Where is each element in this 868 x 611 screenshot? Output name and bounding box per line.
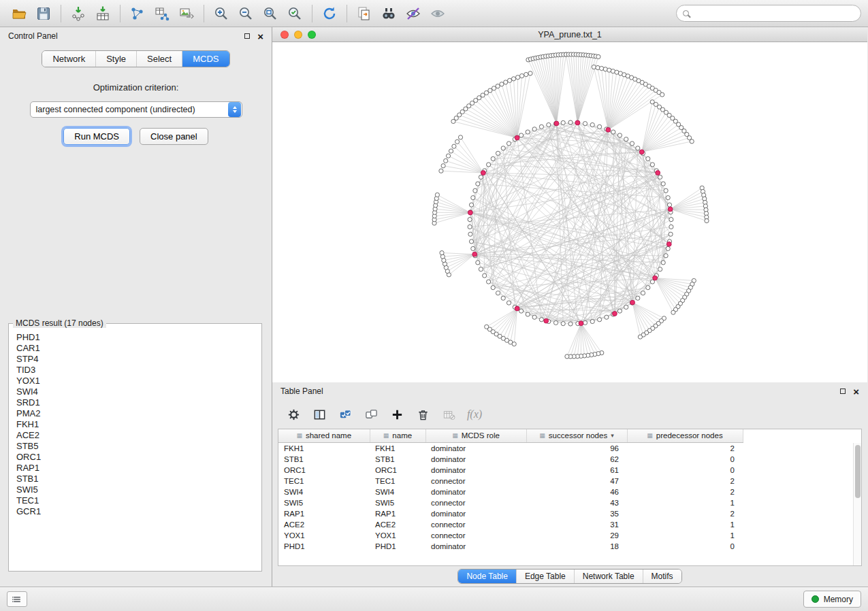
mcds-result-item[interactable]: PHD1 [16, 332, 254, 343]
table-header-row: ▦shared name▦name▦MCDS role▦successor no… [278, 429, 743, 442]
mcds-result-item[interactable]: SRD1 [16, 397, 254, 408]
hide-icon[interactable] [425, 3, 450, 24]
table-panel: Table Panel × [272, 382, 867, 587]
minimize-window-icon[interactable] [294, 31, 302, 39]
export-image-icon[interactable] [174, 3, 199, 24]
show-columns-icon[interactable] [309, 404, 329, 425]
table-row[interactable]: TEC1TEC1connector472 [278, 476, 743, 486]
network-from-table-icon[interactable] [150, 3, 174, 24]
mcds-result-item[interactable]: PMA2 [16, 408, 254, 419]
mcds-result-item[interactable]: ACE2 [16, 430, 254, 441]
column-header-shared-name[interactable]: ▦shared name [278, 429, 370, 442]
table-settings-gear-icon[interactable] [283, 404, 304, 425]
float-panel-icon[interactable] [244, 33, 250, 39]
control-tabs: NetworkStyleSelectMCDS [42, 50, 229, 67]
tab-mcds[interactable]: MCDS [182, 51, 229, 67]
import-table-icon[interactable] [91, 3, 115, 24]
toolbar-separator [312, 5, 312, 22]
mcds-result-item[interactable]: TEC1 [16, 495, 254, 506]
tab-network[interactable]: Network [42, 51, 95, 67]
network-canvas[interactable] [272, 42, 867, 382]
mcds-result-item[interactable]: TID3 [16, 365, 254, 376]
table-row[interactable]: SWI4SWI4dominator462 [278, 486, 743, 497]
network-window: YPA_prune.txt_1 [272, 27, 867, 382]
table-row[interactable]: ORC1ORC1dominator610 [278, 465, 743, 476]
mcds-result-item[interactable]: SWI5 [16, 484, 254, 495]
control-panel-title: Control Panel [8, 31, 58, 41]
tab-style[interactable]: Style [95, 51, 136, 67]
criterion-value: largest connected component (undirected) [31, 105, 229, 114]
control-panel: Control Panel × NetworkStyleSelectMCDS O… [0, 27, 272, 587]
select-all-rows-icon[interactable] [335, 404, 355, 425]
network-share-icon[interactable] [125, 3, 150, 24]
refresh-icon[interactable] [317, 3, 342, 24]
open-folder-icon[interactable] [7, 3, 31, 24]
mcds-result-item[interactable]: STB5 [16, 441, 254, 452]
table-panel-titlebar: Table Panel × [272, 382, 867, 400]
table-row[interactable]: YOX1YOX1connector291 [278, 530, 743, 541]
table-row[interactable]: SWI5SWI5connector431 [278, 497, 743, 508]
node-table: ▦shared name▦name▦MCDS role▦successor no… [278, 429, 862, 566]
column-grid-icon: ▦ [647, 432, 653, 439]
mcds-result-item[interactable]: STB1 [16, 474, 254, 484]
column-header-successor-nodes[interactable]: ▦successor nodes▾ [526, 429, 627, 442]
table-row[interactable]: ACE2ACE2connector311 [278, 519, 743, 530]
maximize-window-icon[interactable] [308, 31, 316, 39]
column-label: shared name [306, 431, 351, 440]
clone-network-icon[interactable] [352, 3, 376, 24]
close-window-icon[interactable] [280, 31, 289, 39]
tab-motifs[interactable]: Motifs [643, 569, 681, 583]
search-input[interactable] [694, 9, 854, 18]
function-builder-icon: f(x) [464, 404, 485, 425]
find-icon[interactable] [376, 3, 401, 24]
memory-status-icon [811, 595, 819, 603]
zoom-selected-icon[interactable] [283, 3, 307, 24]
table-row[interactable]: PHD1PHD1dominator180 [278, 541, 743, 552]
dropdown-stepper-icon [228, 102, 241, 117]
save-icon[interactable] [31, 3, 56, 24]
table-scrollbar[interactable] [853, 443, 861, 565]
column-header-name[interactable]: ▦name [370, 429, 425, 442]
criterion-dropdown[interactable]: largest connected component (undirected) [30, 101, 242, 118]
zoom-out-icon[interactable] [234, 3, 258, 24]
close-panel-icon[interactable]: × [257, 31, 263, 42]
tab-network-table[interactable]: Network Table [574, 569, 643, 583]
optimization-label: Optimization criterion: [0, 82, 272, 93]
sort-arrow-icon: ▾ [611, 432, 614, 439]
vizmapper-icon[interactable] [401, 3, 425, 24]
mcds-result-item[interactable]: FKH1 [16, 419, 254, 430]
scrollbar-thumb[interactable] [855, 445, 861, 498]
float-table-panel-icon[interactable] [840, 389, 846, 394]
import-network-icon[interactable] [66, 3, 91, 24]
deselect-all-rows-icon[interactable] [361, 404, 381, 425]
table-row[interactable]: STB1STB1dominator620 [278, 454, 743, 465]
mcds-result-item[interactable]: STP4 [16, 354, 254, 365]
table-tabs: Node TableEdge TableNetwork TableMotifs [457, 569, 681, 584]
mcds-result-item[interactable]: RAP1 [16, 463, 254, 474]
delete-column-icon[interactable] [413, 404, 433, 425]
mcds-result-item[interactable]: CAR1 [16, 343, 254, 354]
add-column-icon[interactable] [387, 404, 407, 425]
mcds-result-item[interactable]: YOX1 [16, 376, 254, 386]
mcds-result-item[interactable]: GCR1 [16, 506, 254, 517]
memory-button[interactable]: Memory [803, 591, 861, 608]
column-label: MCDS role [462, 431, 500, 440]
close-table-panel-icon[interactable]: × [853, 386, 859, 397]
table-row[interactable]: RAP1RAP1dominator352 [278, 508, 743, 519]
table-body: FKH1FKH1dominator962STB1STB1dominator620… [278, 442, 743, 552]
zoom-in-icon[interactable] [209, 3, 234, 24]
status-menu-button[interactable] [7, 591, 27, 607]
column-header-MCDS-role[interactable]: ▦MCDS role [425, 429, 526, 442]
tab-edge-table[interactable]: Edge Table [516, 569, 574, 583]
close-panel-button[interactable]: Close panel [140, 128, 208, 145]
tab-node-table[interactable]: Node Table [458, 569, 516, 583]
main-toolbar [0, 0, 868, 27]
run-mcds-button[interactable]: Run MCDS [63, 128, 130, 145]
table-row[interactable]: FKH1FKH1dominator962 [278, 442, 743, 454]
mcds-result-item[interactable]: ORC1 [16, 452, 254, 463]
tab-select[interactable]: Select [136, 51, 182, 67]
toolbar-separator [204, 5, 204, 22]
column-header-predecessor-nodes[interactable]: ▦predecessor nodes [627, 429, 743, 442]
mcds-result-item[interactable]: SWI4 [16, 386, 254, 397]
zoom-fit-icon[interactable] [258, 3, 283, 24]
